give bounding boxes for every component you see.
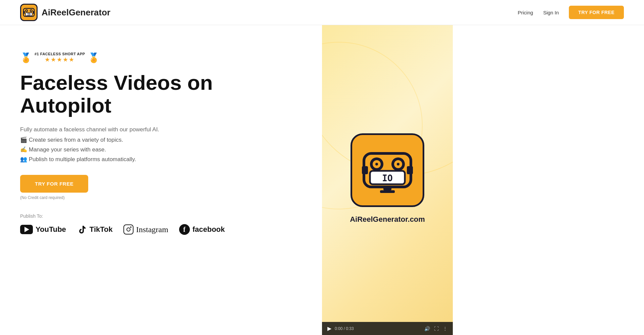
platform-tiktok: TikTok <box>77 224 113 234</box>
instagram-icon <box>123 224 133 234</box>
svg-rect-18 <box>407 166 413 174</box>
app-domain: AiReelGenerator.com <box>350 215 425 224</box>
platform-list: YouTube TikTok Instagram <box>20 224 302 235</box>
award-title: #1 FACELESS SHORT APP <box>35 52 85 56</box>
feature-item-2: ✍️ Manage your series with ease. <box>20 146 302 153</box>
more-options-icon[interactable]: ⋮ <box>443 326 447 331</box>
svg-point-3 <box>26 10 27 11</box>
hero-description: Fully automate a faceless channel with o… <box>20 126 302 163</box>
youtube-icon <box>20 225 33 234</box>
tiktok-label: TikTok <box>90 225 113 234</box>
nav: Pricing Sign In TRY FOR FREE <box>518 6 624 19</box>
instagram-dot-icon <box>130 226 131 228</box>
right-panel: IO AiReelGenerator.com ▶ 0:00 / 0:33 🔊 ⛶… <box>322 25 453 335</box>
cta-area: TRY FOR FREE (No Credit card required) <box>20 175 302 200</box>
try-free-button-header[interactable]: TRY FOR FREE <box>569 6 624 19</box>
panel-content: IO AiReelGenerator.com <box>343 25 432 322</box>
svg-point-4 <box>31 10 32 11</box>
sign-in-link[interactable]: Sign In <box>543 10 559 15</box>
volume-icon[interactable]: 🔊 <box>424 326 430 331</box>
app-icon-large: IO <box>351 133 424 207</box>
instagram-camera-icon <box>126 227 130 231</box>
play-button[interactable]: ▶ <box>327 325 331 332</box>
svg-rect-7 <box>33 11 35 14</box>
award-text: #1 FACELESS SHORT APP ★★★★★ <box>35 52 85 63</box>
youtube-play-icon <box>24 227 29 232</box>
award-badge: 🏅 #1 FACELESS SHORT APP ★★★★★ 🏅 <box>20 52 302 63</box>
svg-text:IO: IO <box>27 13 31 16</box>
try-free-button-hero[interactable]: TRY FOR FREE <box>20 175 88 193</box>
facebook-icon: f <box>179 224 190 235</box>
svg-rect-20 <box>383 187 391 190</box>
feature-list: 🎬 Create series from a variety of topics… <box>20 136 302 163</box>
feature-item-1: 🎬 Create series from a variety of topics… <box>20 136 302 143</box>
video-controls: ▶ 0:00 / 0:33 🔊 ⛶ ⋮ <box>322 322 453 335</box>
platform-facebook: f facebook <box>179 224 225 235</box>
laurel-right-icon: 🏅 <box>88 52 100 63</box>
tiktok-icon <box>77 224 87 234</box>
fullscreen-icon[interactable]: ⛶ <box>434 326 439 331</box>
video-ctrl-icons: 🔊 ⛶ ⋮ <box>424 326 447 331</box>
left-content: 🏅 #1 FACELESS SHORT APP ★★★★★ 🏅 Faceless… <box>20 25 322 235</box>
feature-item-3: 👥 Publish to multiple platforms automati… <box>20 156 302 163</box>
svg-rect-8 <box>23 11 25 14</box>
youtube-label: YouTube <box>36 225 66 234</box>
svg-text:IO: IO <box>382 173 392 183</box>
facebook-label: facebook <box>193 225 225 234</box>
svg-point-15 <box>397 163 399 165</box>
platform-youtube: YouTube <box>20 225 66 234</box>
svg-rect-19 <box>362 166 368 174</box>
hero-heading: Faceless Videos on Autopilot <box>20 71 302 117</box>
description-text: Fully automate a faceless channel with o… <box>20 126 302 133</box>
svg-rect-21 <box>380 190 395 193</box>
svg-point-12 <box>375 163 378 165</box>
header: IO AiReelGenerator Pricing Sign In TRY F… <box>0 0 644 25</box>
instagram-label: Instagram <box>136 225 168 234</box>
publish-section: Publish To: YouTube TikTok <box>20 213 302 235</box>
main: 🏅 #1 FACELESS SHORT APP ★★★★★ 🏅 Faceless… <box>0 25 644 335</box>
logo-icon: IO <box>20 4 38 21</box>
logo[interactable]: IO AiReelGenerator <box>20 4 110 21</box>
no-credit-text: (No Credit card required) <box>20 195 302 200</box>
laurel-left-icon: 🏅 <box>20 52 32 63</box>
logo-text: AiReelGenerator <box>42 7 110 18</box>
publish-label: Publish To: <box>20 213 302 219</box>
platform-instagram: Instagram <box>123 224 168 234</box>
pricing-link[interactable]: Pricing <box>518 10 533 15</box>
video-time: 0:00 / 0:33 <box>335 326 421 331</box>
star-rating: ★★★★★ <box>45 56 75 63</box>
